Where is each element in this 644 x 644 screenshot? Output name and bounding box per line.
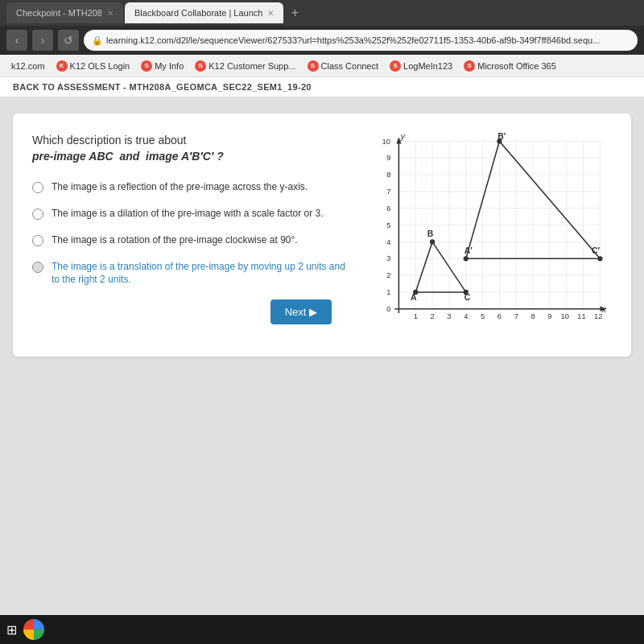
tab-checkpoint-label: Checkpoint - MTH208 [16, 8, 102, 18]
main-area: Which description is true about pre-imag… [0, 97, 644, 644]
dot-a-prime [464, 256, 469, 261]
dot-b [430, 239, 435, 244]
svg-text:6: 6 [497, 312, 502, 320]
svg-text:11: 11 [577, 312, 585, 320]
tab-blackboard-label: Blackboard Collaborate | Launch [134, 8, 262, 18]
triangle-abc [415, 242, 466, 292]
refresh-button[interactable]: ↺ [58, 30, 79, 51]
dot-c [464, 290, 469, 295]
point-c-prime-label: C′ [592, 246, 601, 255]
svg-text:8: 8 [386, 171, 390, 179]
svg-text:12: 12 [594, 312, 602, 320]
svg-text:8: 8 [530, 312, 535, 320]
graph-container: y x 0 1 2 3 4 5 6 7 8 9 10 1 [370, 133, 612, 337]
bookmark-myinfo[interactable]: S My Info [136, 59, 188, 73]
address-bar-row: ‹ › ↺ 🔒 learning.k12.com/d2l/le/sequence… [0, 26, 644, 55]
browser-chrome: Checkpoint - MTH208 ✕ Blackboard Collabo… [0, 0, 644, 77]
svg-text:1: 1 [386, 288, 390, 296]
bookmark-logmein-icon: S [390, 60, 401, 72]
svg-text:7: 7 [514, 312, 518, 320]
option-2-text: The image is a dilation of the pre-image… [52, 207, 324, 221]
bookmark-myinfo-icon: S [141, 60, 152, 72]
option-3[interactable]: The image is a rotation of the pre-image… [32, 233, 351, 247]
svg-text:5: 5 [386, 221, 390, 229]
back-bar: BACK TO ASSESSMENT - MTH208A_GEOMCA_SEC2… [0, 77, 644, 97]
bookmark-ols-icon: K [56, 60, 68, 72]
option-3-text: The image is a rotation of the pre-image… [52, 233, 298, 247]
option-1-text: The image is a reflection of the pre-ima… [52, 180, 308, 194]
bookmark-classconnect[interactable]: S Class Connect [303, 59, 384, 73]
answer-options: The image is a reflection of the pre-ima… [32, 180, 351, 287]
taskbar: ⊞ [0, 615, 644, 644]
svg-text:9: 9 [386, 154, 390, 162]
tab-checkpoint[interactable]: Checkpoint - MTH208 ✕ [6, 2, 123, 23]
bookmark-ols-label: K12 OLS Login [70, 61, 130, 71]
bookmark-classconnect-label: Class Connect [321, 61, 379, 71]
svg-text:4: 4 [386, 238, 390, 246]
tab-checkpoint-close[interactable]: ✕ [107, 9, 114, 18]
page-content: BACK TO ASSESSMENT - MTH208A_GEOMCA_SEC2… [0, 77, 644, 644]
coordinate-graph: y x 0 1 2 3 4 5 6 7 8 9 10 1 [370, 133, 612, 334]
point-b-label: B [427, 229, 434, 238]
chrome-taskbar-icon[interactable] [23, 619, 44, 640]
svg-text:6: 6 [386, 204, 390, 213]
radio-1[interactable] [32, 182, 43, 193]
radio-2[interactable] [32, 208, 43, 220]
dot-a [413, 290, 418, 295]
tab-blackboard[interactable]: Blackboard Collaborate | Launch ✕ [125, 2, 283, 23]
forward-button[interactable]: › [32, 30, 53, 51]
bookmark-classconnect-icon: S [308, 60, 319, 72]
radio-3[interactable] [32, 235, 43, 246]
tab-blackboard-close[interactable]: ✕ [267, 9, 274, 18]
bookmark-logmein-label: LogMeIn123 [403, 61, 452, 71]
lock-icon: 🔒 [92, 35, 103, 46]
question-left: Which description is true about pre-imag… [32, 133, 351, 337]
svg-text:10: 10 [382, 138, 390, 146]
bottom-bar: Next ▶ [32, 287, 351, 337]
bookmark-logmein[interactable]: S LogMeIn123 [385, 59, 457, 73]
new-tab-button[interactable]: + [285, 3, 304, 23]
option-4[interactable]: The image is a translation of the pre-im… [32, 260, 351, 287]
svg-text:2: 2 [386, 271, 390, 279]
back-bar-text: BACK TO ASSESSMENT - MTH208A_GEOMCA_SEC2… [13, 82, 312, 92]
windows-start-icon[interactable]: ⊞ [6, 622, 17, 638]
bookmark-office[interactable]: S Microsoft Office 365 [459, 59, 561, 73]
point-a-prime-label: A′ [464, 246, 473, 255]
svg-text:5: 5 [481, 312, 485, 320]
bookmark-support[interactable]: S K12 Customer Supp... [190, 59, 300, 73]
bookmark-k12-label: k12.com [11, 61, 45, 71]
bookmark-office-icon: S [464, 60, 475, 72]
bookmark-myinfo-label: My Info [155, 61, 184, 71]
svg-text:4: 4 [464, 312, 468, 320]
dot-c-prime [597, 256, 602, 261]
svg-text:2: 2 [430, 312, 434, 320]
y-axis-label: y [400, 133, 407, 141]
option-1[interactable]: The image is a reflection of the pre-ima… [32, 180, 351, 194]
bookmark-ols[interactable]: K K12 OLS Login [52, 59, 135, 73]
svg-text:7: 7 [386, 188, 390, 196]
option-4-text: The image is a translation of the pre-im… [52, 260, 351, 287]
point-c-label: C [464, 293, 471, 302]
option-2[interactable]: The image is a dilation of the pre-image… [32, 207, 351, 221]
svg-text:9: 9 [547, 312, 551, 320]
bookmarks-bar: k12.com K K12 OLS Login S My Info S K12 … [0, 55, 644, 77]
bookmark-support-label: K12 Customer Supp... [208, 61, 295, 71]
bookmark-office-label: Microsoft Office 365 [477, 61, 556, 71]
radio-4[interactable] [32, 262, 43, 273]
bookmark-k12[interactable]: k12.com [6, 60, 50, 72]
next-button[interactable]: Next ▶ [270, 299, 332, 324]
next-button-label: Next ▶ [285, 306, 317, 318]
question-card: Which description is true about pre-imag… [13, 114, 631, 357]
address-bar[interactable]: 🔒 learning.k12.com/d2l/le/sequenceViewer… [84, 30, 638, 51]
svg-text:10: 10 [560, 312, 568, 320]
tab-bar: Checkpoint - MTH208 ✕ Blackboard Collabo… [0, 0, 644, 26]
question-highlighted: pre-image ABC and image A′B′C′ ? [32, 150, 224, 163]
url-text: learning.k12.com/d2l/le/sequenceViewer/6… [106, 35, 600, 45]
svg-text:3: 3 [447, 312, 451, 320]
dot-b-prime [497, 138, 502, 143]
back-button[interactable]: ‹ [6, 30, 27, 51]
svg-text:1: 1 [414, 312, 418, 320]
svg-text:0: 0 [386, 305, 390, 313]
bookmark-support-icon: S [195, 60, 206, 72]
question-intro: Which description is true about pre-imag… [32, 133, 351, 164]
